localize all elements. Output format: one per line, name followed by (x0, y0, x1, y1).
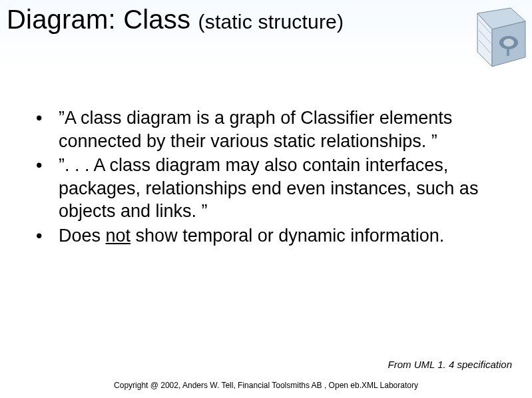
bullet-text: ”. . . A class diagram may also contain … (59, 154, 499, 223)
bullet-dot: • (33, 224, 59, 248)
list-item: • ”A class diagram is a graph of Classif… (33, 106, 499, 152)
bullet-dot: • (33, 154, 59, 223)
bullet-dot: • (33, 106, 59, 152)
bullet-text-prefix: Does (59, 226, 106, 246)
bullet-text: ”A class diagram is a graph of Classifie… (59, 106, 499, 152)
bullet-text-suffix: show temporal or dynamic information. (131, 226, 444, 246)
bullet-text: Does not show temporal or dynamic inform… (59, 224, 499, 248)
title-sub: (static structure) (198, 11, 344, 33)
cube-icon (459, 0, 532, 73)
list-item: • ”. . . A class diagram may also contai… (33, 154, 499, 223)
slide-title: Diagram: Class (static structure) (7, 5, 344, 33)
list-item: • Does not show temporal or dynamic info… (33, 224, 499, 248)
svg-rect-5 (507, 49, 509, 56)
copyright-line: Copyright @ 2002, Anders W. Tell, Financ… (0, 381, 532, 390)
slide: Diagram: Class (static structure) • ”A c… (0, 0, 532, 398)
source-line: From UML 1. 4 specification (388, 359, 512, 370)
bullet-text-underlined: not (106, 226, 131, 246)
svg-point-4 (503, 39, 514, 47)
title-main: Diagram: Class (7, 5, 198, 34)
bullet-list: • ”A class diagram is a graph of Classif… (33, 106, 499, 248)
